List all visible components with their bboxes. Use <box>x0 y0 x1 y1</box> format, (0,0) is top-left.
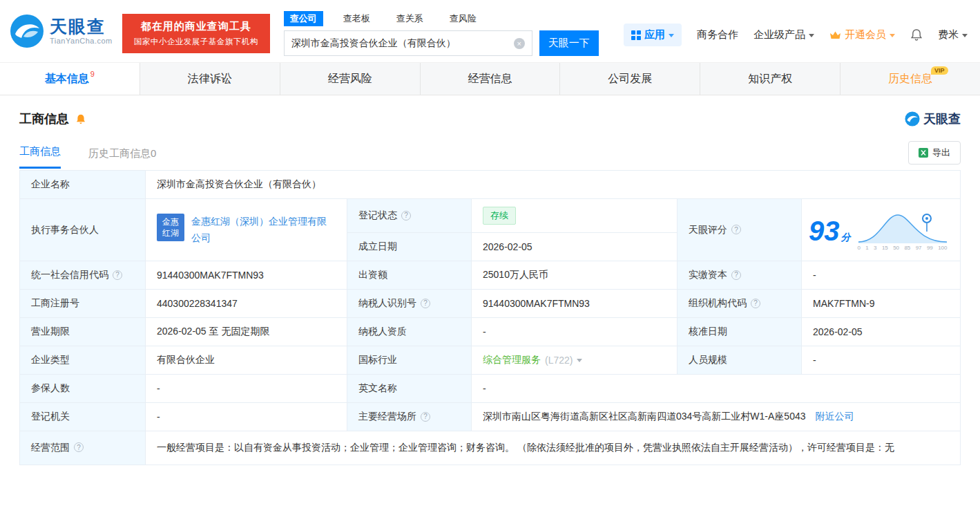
label-credit-code: 统一社会信用代码? <box>20 261 146 290</box>
value-taxpayer-id: 91440300MAK7FTMN93 <box>472 290 678 318</box>
search-input-wrap: × <box>284 30 532 56</box>
notification-bell-icon[interactable] <box>910 28 923 41</box>
table-row: 参保人数 - 英文名称 - <box>20 375 961 403</box>
tab-company-development[interactable]: 公司发展 <box>560 63 700 95</box>
table-row: 企业名称 深圳市金高投资合伙企业（有限合伙） <box>20 171 961 199</box>
search-button[interactable]: 天眼一下 <box>539 30 599 56</box>
address-text: 深圳市南山区粤海街道高新区社区高新南四道034号高新工业村W1-A座5043 <box>483 411 806 422</box>
partner-logo-line1: 金惠 <box>162 216 179 227</box>
watermark-logo-icon <box>905 111 920 126</box>
tab-label: 基本信息 <box>45 72 89 86</box>
nearby-companies-link[interactable]: 附近公司 <box>815 411 854 422</box>
tab-business-info[interactable]: 经营信息 <box>421 63 561 95</box>
value-staff-size: - <box>802 346 961 375</box>
export-button[interactable]: 导出 <box>908 141 961 165</box>
value-establish-date: 2026-02-05 <box>472 233 678 261</box>
label-business-place: 主要经营场所? <box>347 403 472 431</box>
help-icon[interactable]: ? <box>731 225 741 234</box>
table-row: 工商注册号 440300228341347 纳税人识别号? 91440300MA… <box>20 290 961 318</box>
tab-operational-risk[interactable]: 经营风险 <box>280 63 421 95</box>
value-registration-number: 440300228341347 <box>146 290 347 318</box>
search-tab-boss[interactable]: 查老板 <box>337 11 376 26</box>
subtab-business-registration[interactable]: 工商信息 <box>19 145 61 169</box>
tab-label: 法律诉讼 <box>188 72 232 86</box>
apps-menu[interactable]: 应用 <box>624 24 682 46</box>
help-icon[interactable]: ? <box>401 211 411 221</box>
value-executive-partner: 金惠 红湖 金惠红湖（深圳）企业管理有限公司 <box>146 199 347 261</box>
chevron-down-icon <box>809 34 814 37</box>
nav-open-vip[interactable]: 开通会员 <box>829 28 895 41</box>
score-number: 93分 <box>809 217 851 245</box>
label-paid-capital: 实缴资本? <box>678 261 802 290</box>
label-taxpayer-id: 纳税人识别号? <box>347 290 472 318</box>
top-nav: 应用 商务合作 企业级产品 开通会员 费米 <box>624 24 968 46</box>
tab-label: 知识产权 <box>748 72 792 86</box>
nav-enterprise-products[interactable]: 企业级产品 <box>753 28 814 41</box>
search-tab-relation[interactable]: 查关系 <box>390 11 430 26</box>
apps-label: 应用 <box>644 28 665 41</box>
search-area: 查公司 查老板 查关系 查风险 × 天眼一下 <box>284 11 599 56</box>
tab-history-info[interactable]: 历史信息 VIP <box>840 63 980 95</box>
vip-label: 开通会员 <box>845 28 886 41</box>
username: 费米 <box>938 28 959 41</box>
value-registration-status: 存续 <box>472 199 678 233</box>
help-icon[interactable]: ? <box>731 270 741 280</box>
label-org-code: 组织机构代码? <box>678 290 802 318</box>
tab-label: 历史信息 <box>888 72 932 86</box>
logo-title: 天眼查 <box>50 17 113 37</box>
subscribe-bell-icon[interactable] <box>75 113 86 125</box>
value-taxpayer-quality: - <box>472 318 678 346</box>
status-badge: 存续 <box>483 207 516 225</box>
tab-basic-info[interactable]: 基本信息 9 <box>0 63 140 95</box>
value-paid-capital: - <box>802 261 961 290</box>
search-input[interactable] <box>291 38 514 49</box>
partner-company-link[interactable]: 金惠红湖（深圳）企业管理有限公司 <box>191 214 336 245</box>
value-company-type: 有限合伙企业 <box>146 346 347 375</box>
nav-cooperation[interactable]: 商务合作 <box>697 28 738 41</box>
partner-logo[interactable]: 金惠 红湖 <box>157 214 184 241</box>
label-insured-count: 参保人数 <box>20 375 146 403</box>
industry-dropdown[interactable]: 综合管理服务 (L722) <box>483 354 582 366</box>
help-icon[interactable]: ? <box>421 412 430 422</box>
help-icon[interactable]: ? <box>421 299 430 308</box>
section-title: 工商信息 <box>19 111 69 127</box>
table-row: 营业期限 2026-02-05 至 无固定期限 纳税人资质 - 核准日期 202… <box>20 318 961 346</box>
search-tab-risk[interactable]: 查风险 <box>443 11 483 26</box>
label-registration-authority: 登记机关 <box>20 403 146 431</box>
tab-badge: 9 <box>90 70 95 78</box>
value-capital: 25010万人民币 <box>472 261 678 290</box>
table-row: 经营范围? 一般经营项目是：以自有资金从事投资活动；企业管理；企业管理咨询；财务… <box>20 431 961 465</box>
table-row: 登记机关 - 主要经营场所? 深圳市南山区粤海街道高新区社区高新南四道034号高… <box>20 403 961 431</box>
promo-banner: 都在用的商业查询工具 国家中小企业发展子基金旗下机构 <box>122 14 270 53</box>
table-row: 执行事务合伙人 金惠 红湖 金惠红湖（深圳）企业管理有限公司 登记状态? 存续 <box>20 199 961 233</box>
help-icon[interactable]: ? <box>113 270 122 280</box>
label-capital: 出资额 <box>347 261 472 290</box>
value-approval-date: 2026-02-05 <box>802 318 961 346</box>
help-icon[interactable]: ? <box>751 299 760 308</box>
label-taxpayer-quality: 纳税人资质 <box>347 318 472 346</box>
value-industry: 综合管理服务 (L722) <box>472 346 678 375</box>
label-approval-date: 核准日期 <box>678 318 802 346</box>
label-registration-status: 登记状态? <box>347 199 472 233</box>
help-icon[interactable]: ? <box>74 442 84 452</box>
value-business-term: 2026-02-05 至 无固定期限 <box>146 318 347 346</box>
tab-intellectual-property[interactable]: 知识产权 <box>700 63 840 95</box>
subtab-history-registration[interactable]: 历史工商信息0 <box>88 147 156 169</box>
value-business-scope: 一般经营项目是：以自有资金从事投资活动；企业管理；企业管理咨询；财务咨询。 （除… <box>146 431 961 465</box>
crown-icon <box>829 30 841 40</box>
table-row: 企业类型 有限合伙企业 国标行业 综合管理服务 (L722) 人员规模 - <box>20 346 961 375</box>
tab-label: 经营信息 <box>468 72 512 86</box>
tianyancha-watermark: 天眼查 <box>905 111 961 127</box>
value-company-name: 深圳市金高投资合伙企业（有限合伙） <box>146 171 961 199</box>
search-tabs: 查公司 查老板 查关系 查风险 <box>284 11 599 26</box>
partner-logo-line2: 红湖 <box>162 227 179 238</box>
clear-icon[interactable]: × <box>514 38 525 49</box>
label-executive-partner: 执行事务合伙人 <box>20 199 146 261</box>
banner-line2: 国家中小企业发展子基金旗下机构 <box>129 37 263 47</box>
user-menu[interactable]: 费米 <box>938 28 968 41</box>
tianyancha-logo[interactable]: 天眼查 TianYanCha.com <box>10 14 113 48</box>
tab-legal-proceedings[interactable]: 法律诉讼 <box>140 63 280 95</box>
search-tab-company[interactable]: 查公司 <box>284 11 323 26</box>
label-establish-date: 成立日期 <box>347 233 472 261</box>
value-registration-authority: - <box>146 403 347 431</box>
